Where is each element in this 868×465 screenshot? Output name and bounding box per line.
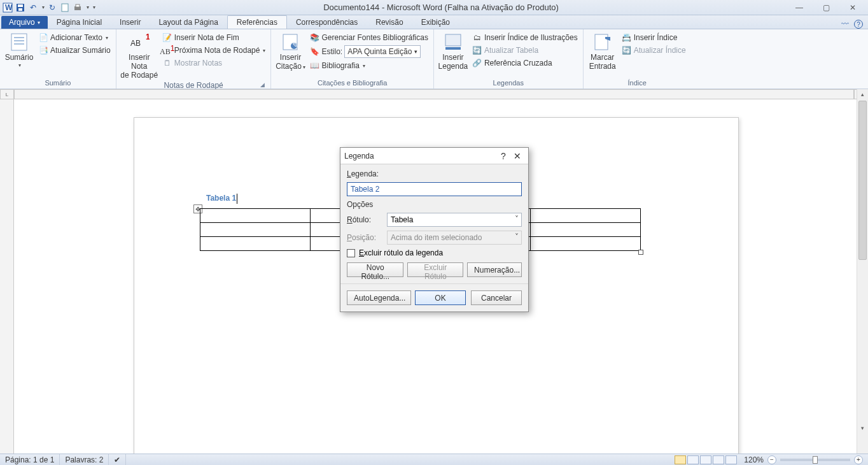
horizontal-ruler[interactable] <box>14 89 854 99</box>
tab-file[interactable]: Arquivo▾ <box>1 16 48 29</box>
update-table-icon: 🔄 <box>472 45 482 55</box>
add-text-button[interactable]: 📄Adicionar Texto▾ <box>37 32 112 43</box>
cross-reference-button[interactable]: 🔗Referência Cruzada <box>471 57 579 69</box>
dialog-close-icon[interactable]: ✕ <box>510 151 524 161</box>
options-label: Opções <box>347 200 522 209</box>
tab-mailings[interactable]: Correspondências <box>287 16 367 29</box>
undo-icon[interactable]: ↶ <box>28 3 38 13</box>
undo-dropdown-icon[interactable]: ▾ <box>42 4 45 10</box>
view-web-button[interactable] <box>700 455 711 464</box>
next-footnote-button[interactable]: AB1Próxima Nota de Rodapé▾ <box>161 45 267 56</box>
tab-view[interactable]: Exibição <box>412 16 459 29</box>
tab-references[interactable]: Referências <box>227 15 287 29</box>
tab-insert[interactable]: Inserir <box>111 16 150 29</box>
posicao-combo: Acima do item selecionado <box>387 231 522 245</box>
group-index: MarcarEntrada 📇Inserir Índice 🔄Atualizar… <box>584 29 691 89</box>
legend-label: Legenda: <box>347 169 522 178</box>
novo-rotulo-button[interactable]: Novo Rótulo... <box>347 262 403 277</box>
footnote-icon: AB1 <box>129 32 150 52</box>
print-icon[interactable] <box>73 3 83 13</box>
figures-index-icon: 🗂 <box>472 32 482 43</box>
dialog-help-icon[interactable]: ? <box>496 151 510 161</box>
print-dropdown-icon[interactable]: ▾ <box>87 4 89 10</box>
title-bar: W ↶▾ ↻ ▾ ▾ Documento144 - Microsoft Word… <box>0 0 868 15</box>
show-notes-button: 🗒Mostrar Notas <box>161 57 267 69</box>
toc-button[interactable]: Sumário▾ <box>4 31 34 68</box>
ok-button[interactable]: OK <box>415 290 466 305</box>
crossref-icon: 🔗 <box>472 58 482 68</box>
status-page[interactable]: Página: 1 de 1 <box>0 454 60 465</box>
table-resize-handle-icon[interactable] <box>638 250 643 255</box>
insert-caption-button[interactable]: InserirLegenda <box>438 31 468 71</box>
numeracao-button[interactable]: Numeração... <box>467 262 522 277</box>
svg-rect-3 <box>18 4 23 7</box>
close-button[interactable]: ✕ <box>844 3 862 12</box>
dialog-titlebar[interactable]: Legenda ? ✕ <box>340 148 528 164</box>
insert-citation-button[interactable]: ✎ InserirCitação▾ <box>275 31 305 71</box>
caption-dialog: Legenda ? ✕ Legenda: Opções Rótulo: Tabe… <box>340 147 529 312</box>
citation-icon: ✎ <box>280 32 300 52</box>
insert-index-icon: 📇 <box>622 32 632 43</box>
group-label-citations: Citações e Bibliografia <box>275 78 429 89</box>
group-sumario: Sumário▾ 📄Adicionar Texto▾ 📑Atualizar Su… <box>0 29 116 89</box>
scroll-down-icon[interactable]: ▾ <box>857 423 868 433</box>
minimize-button[interactable]: — <box>790 3 808 12</box>
insert-endnote-button[interactable]: 📝Inserir Nota de Fim <box>161 32 267 43</box>
zoom-out-button[interactable]: − <box>767 455 776 464</box>
save-icon[interactable] <box>15 3 25 13</box>
help-icon[interactable]: ? <box>854 20 863 29</box>
svg-rect-17 <box>445 34 461 46</box>
status-words[interactable]: Palavras: 2 <box>60 454 109 465</box>
insert-index-button[interactable]: 📇Inserir Índice <box>620 32 687 43</box>
ruler-corner[interactable]: L <box>0 89 14 99</box>
svg-text:AB: AB <box>130 39 141 48</box>
style-combo[interactable]: APA Quinta Edição <box>344 45 421 58</box>
scroll-thumb[interactable] <box>858 101 867 260</box>
group-captions: InserirLegenda 🗂Inserir Índice de Ilustr… <box>434 29 584 89</box>
status-bar: Página: 1 de 1 Palavras: 2 ✔ 120% − + <box>0 454 868 465</box>
view-draft-button[interactable] <box>725 455 737 464</box>
mark-entry-button[interactable]: MarcarEntrada <box>587 31 618 71</box>
update-table-button: 🔄Atualizar Tabela <box>471 45 579 56</box>
exclude-checkbox[interactable] <box>347 249 355 257</box>
rotulo-combo[interactable]: Tabela <box>387 213 522 227</box>
group-label-captions: Legendas <box>438 78 579 89</box>
manage-sources-button[interactable]: 📚Gerenciar Fontes Bibliográficas <box>308 32 429 43</box>
minimize-ribbon-icon[interactable]: 〰 <box>841 20 849 29</box>
svg-rect-19 <box>595 34 608 50</box>
update-toc-icon: 📑 <box>38 45 48 55</box>
vertical-ruler[interactable] <box>0 99 14 454</box>
group-label-index: Índice <box>587 78 687 89</box>
update-toc-button[interactable]: 📑Atualizar Sumário <box>37 45 112 56</box>
new-doc-icon[interactable] <box>60 3 70 13</box>
view-print-layout-button[interactable] <box>675 455 686 464</box>
scroll-up-icon[interactable]: ▴ <box>857 89 868 99</box>
redo-icon[interactable]: ↻ <box>47 3 57 13</box>
qat-customize-icon[interactable]: ▾ <box>93 4 95 10</box>
tab-layout[interactable]: Layout da Página <box>150 16 227 29</box>
zoom-slider[interactable] <box>780 459 850 461</box>
zoom-in-button[interactable]: + <box>854 455 863 464</box>
cancel-button[interactable]: Cancelar <box>471 290 522 305</box>
ribbon-tabs: Arquivo▾ Página Inicial Inserir Layout d… <box>0 15 868 29</box>
status-proofing-icon[interactable]: ✔ <box>109 454 126 465</box>
legend-input[interactable] <box>347 182 522 196</box>
tab-review[interactable]: Revisão <box>367 16 412 29</box>
tab-home[interactable]: Página Inicial <box>48 16 111 29</box>
caption-icon <box>443 32 463 52</box>
group-citations: ✎ InserirCitação▾ 📚Gerenciar Fontes Bibl… <box>271 29 433 89</box>
view-outline-button[interactable] <box>713 455 724 464</box>
table-caption[interactable]: Tabela 1 <box>206 193 237 204</box>
style-label: Estilo: <box>321 47 342 56</box>
exclude-label-row[interactable]: Excluir rótulo da legenda <box>347 248 522 257</box>
maximize-button[interactable]: ▢ <box>817 3 835 12</box>
insert-figures-index-button[interactable]: 🗂Inserir Índice de Ilustrações <box>471 32 579 43</box>
vertical-scrollbar[interactable]: ▴ ▾ <box>857 89 868 454</box>
zoom-percent[interactable]: 120% <box>740 455 767 464</box>
style-icon: 🔖 <box>309 46 319 57</box>
bibliography-button[interactable]: 📖Bibliografia▾ <box>308 60 429 71</box>
insert-footnote-button[interactable]: AB1 Inserir Notade Rodapé <box>120 31 158 80</box>
view-fullscreen-button[interactable] <box>687 455 699 464</box>
autolegenda-button[interactable]: AutoLegenda... <box>347 290 411 305</box>
svg-rect-5 <box>62 4 68 11</box>
